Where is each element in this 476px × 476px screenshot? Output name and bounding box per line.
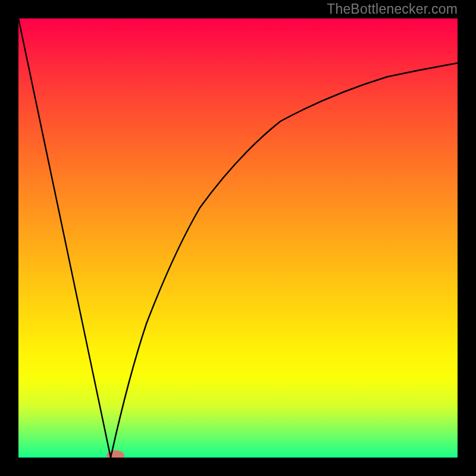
watermark-text: TheBottlenecker.com (327, 0, 458, 18)
chart-svg (18, 18, 458, 458)
plot-area (18, 18, 458, 458)
bottleneck-curve (18, 18, 458, 458)
chart-frame: TheBottlenecker.com (0, 0, 476, 476)
